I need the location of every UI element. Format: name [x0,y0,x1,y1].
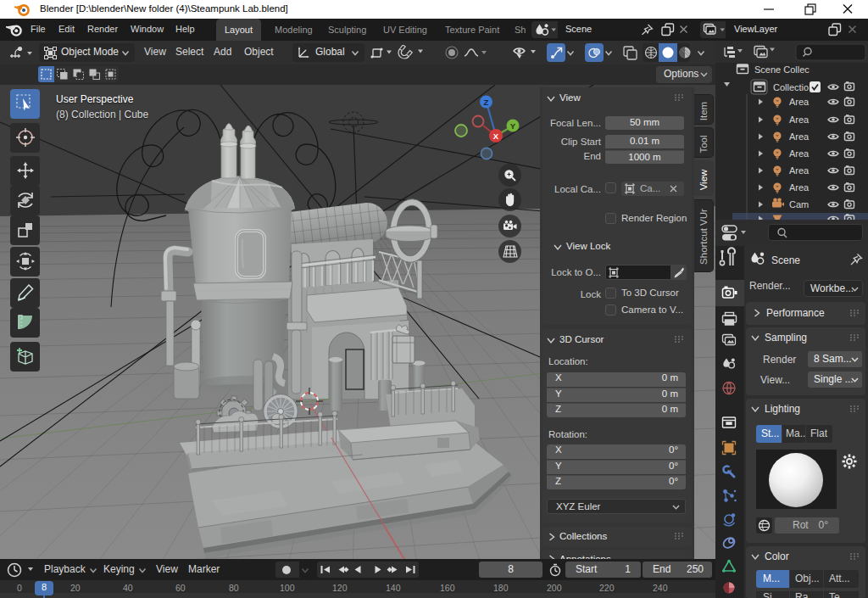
svg-text:Cam: Cam [789,199,809,210]
svg-text:Area: Area [789,165,810,176]
svg-text:Area: Area [789,148,810,159]
svg-text:Collectio: Collectio [773,82,809,92]
svg-text:Y: Y [510,121,516,131]
svg-text:Z: Z [484,98,489,107]
svg-text:X: X [493,131,499,141]
svg-text:Area: Area [789,182,810,193]
svg-text:Area: Area [789,115,810,125]
svg-text:Scene Collec: Scene Collec [754,64,810,75]
svg-text:Area: Area [789,131,810,142]
svg-text:Area: Area [789,97,810,107]
